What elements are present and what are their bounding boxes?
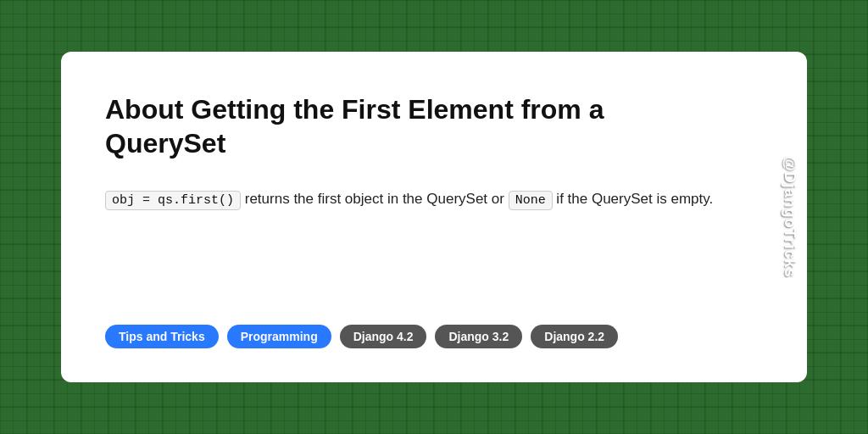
code-snippet-1: obj = qs.first() bbox=[105, 191, 241, 210]
tag-django-22[interactable]: Django 2.2 bbox=[531, 325, 618, 348]
card-wrapper: About Getting the First Element from a Q… bbox=[61, 52, 807, 382]
description-text-1: returns the first object in the QuerySet… bbox=[241, 191, 509, 207]
description-text-2: if the QuerySet is empty. bbox=[553, 191, 714, 207]
tag-django-32[interactable]: Django 3.2 bbox=[435, 325, 522, 348]
main-card: About Getting the First Element from a Q… bbox=[61, 52, 807, 382]
tag-django-42[interactable]: Django 4.2 bbox=[340, 325, 427, 348]
side-brand-label: @DjangoTricks bbox=[782, 156, 799, 278]
card-title: About Getting the First Element from a Q… bbox=[105, 92, 715, 160]
tag-programming[interactable]: Programming bbox=[227, 325, 331, 348]
code-snippet-2: None bbox=[509, 191, 553, 210]
card-description: obj = qs.first() returns the first objec… bbox=[105, 187, 715, 211]
tag-tips-and-tricks[interactable]: Tips and Tricks bbox=[105, 325, 219, 348]
card-content: About Getting the First Element from a Q… bbox=[105, 92, 763, 294]
tags-container: Tips and Tricks Programming Django 4.2 D… bbox=[105, 325, 763, 348]
